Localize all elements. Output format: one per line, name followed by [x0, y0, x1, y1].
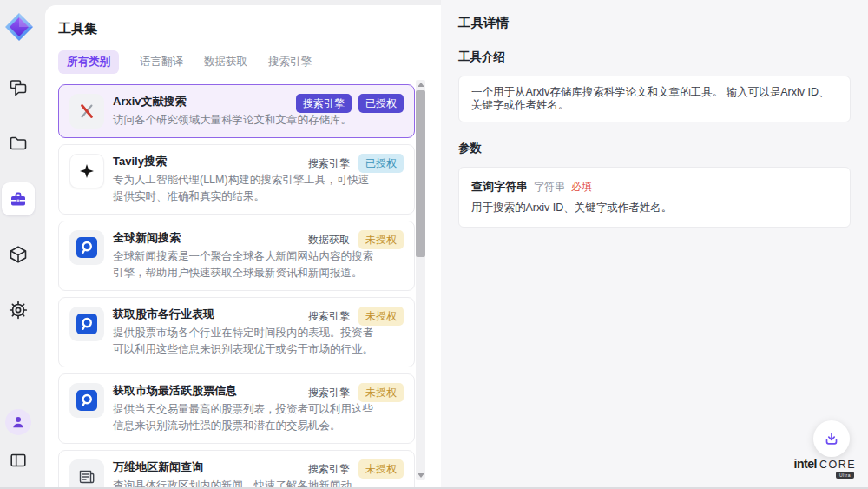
blue-search-icon	[69, 230, 104, 265]
tab-all-categories[interactable]: 所有类别	[58, 50, 119, 74]
core-tier-badge: Ultra	[836, 472, 854, 479]
user-avatar[interactable]	[5, 409, 31, 435]
tab-language-translation[interactable]: 语言翻译	[140, 55, 183, 69]
blue-search-icon	[69, 307, 104, 341]
detail-title: 工具详情	[458, 15, 851, 31]
category-badge: 搜索引擎	[306, 307, 352, 326]
tool-list-panel: 工具集 所有类别 语言翻译 数据获取 搜索引擎 Arxiv文献搜索 访问各个研究…	[45, 5, 441, 489]
download-button[interactable]	[813, 420, 850, 457]
tool-description: 全球新闻搜索是一个聚合全球各大新闻网站内容的搜索引擎，帮助用户快速获取全球最新资…	[113, 248, 375, 281]
param-header-row: 查询字符串 字符串 必填	[471, 180, 838, 194]
auth-status-badge: 未授权	[358, 230, 404, 249]
tool-card-sector-performance[interactable]: 获取股市各行业表现 提供股票市场各个行业在特定时间段内的表现。投资者可以利用这些…	[58, 297, 415, 367]
tool-description: 提供当天交易量最高的股票列表，投资者可以利用这些信息来识别流动性强的股票和潜在的…	[113, 401, 375, 434]
intel-core-logo: intel CORE Ultra	[794, 457, 856, 479]
tab-search-engine[interactable]: 搜索引擎	[268, 55, 312, 69]
card-badges: 搜索引擎 未授权	[306, 307, 404, 326]
intel-wordmark: intel	[794, 457, 817, 471]
download-icon	[823, 430, 840, 447]
rail-nav	[0, 71, 36, 327]
tool-card-regional-news[interactable]: 万维地区新闻查询 查询具体行政区划内的新闻，快速了解各地新闻动 搜索引擎 未授权	[58, 450, 415, 489]
tool-description: 访问各个研究领域大量科学论文和文章的存储库。	[113, 112, 375, 129]
scrollbar-down-arrow[interactable]	[418, 473, 424, 478]
intro-box: 一个用于从Arxiv存储库搜索科学论文和文章的工具。 输入可以是Arxiv ID…	[458, 76, 851, 122]
category-badge: 数据获取	[306, 230, 352, 249]
category-badge: 搜索引擎	[306, 383, 352, 402]
auth-status-badge: 已授权	[358, 94, 404, 113]
auth-status-badge: 未授权	[358, 307, 404, 326]
auth-status-badge: 未授权	[358, 383, 404, 402]
left-rail	[0, 0, 45, 489]
category-badge: 搜索引擎	[306, 154, 352, 173]
param-required-flag: 必填	[571, 181, 592, 194]
core-wordmark: CORE	[819, 459, 856, 471]
tavily-star-icon	[69, 154, 104, 188]
card-badges: 搜索引擎 未授权	[306, 459, 404, 479]
arxiv-logo-icon	[69, 94, 104, 129]
param-box: 查询字符串 字符串 必填 用于搜索的Arxiv ID、关键字或作者姓名。	[458, 167, 851, 228]
chat-nav-icon[interactable]	[2, 71, 35, 104]
tool-card-list: Arxiv文献搜索 访问各个研究领域大量科学论文和文章的存储库。 搜索引擎 已授…	[58, 84, 415, 489]
page-title: 工具集	[58, 21, 441, 37]
toolbox-nav-icon[interactable]	[2, 182, 35, 215]
tool-card-active-stocks[interactable]: 获取市场最活跃股票信息 提供当天交易量最高的股票列表，投资者可以利用这些信息来识…	[58, 373, 415, 444]
category-badge: 搜索引擎	[296, 94, 352, 113]
card-badges: 数据获取 未授权	[306, 230, 404, 249]
scrollbar-thumb[interactable]	[416, 90, 425, 257]
tool-description: 专为人工智能代理(LLM)构建的搜索引擎工具，可快速提供实时、准确和真实的结果。	[113, 172, 375, 205]
param-name: 查询字符串	[471, 180, 528, 193]
list-scrollbar[interactable]	[416, 80, 425, 480]
tool-detail-panel: 工具详情 工具介绍 一个用于从Arxiv存储库搜索科学论文和文章的工具。 输入可…	[441, 0, 868, 489]
blue-search-icon	[69, 383, 104, 418]
param-type: 字符串	[534, 181, 565, 194]
tool-card-arxiv[interactable]: Arxiv文献搜索 访问各个研究领域大量科学论文和文章的存储库。 搜索引擎 已授…	[58, 84, 415, 138]
tab-data-fetch[interactable]: 数据获取	[204, 55, 247, 69]
auth-status-badge: 已授权	[358, 154, 404, 173]
app-logo-gem-icon	[3, 11, 35, 43]
category-tabs: 所有类别 语言翻译 数据获取 搜索引擎	[58, 50, 441, 74]
card-badges: 搜索引擎 已授权	[306, 154, 404, 173]
auth-status-badge: 未授权	[358, 459, 404, 479]
card-badges: 搜索引擎 已授权	[296, 94, 404, 113]
tool-description: 提供股票市场各个行业在特定时间段内的表现。投资者可以利用这些信息来识别表现优于或…	[113, 325, 375, 358]
tool-card-tavily[interactable]: Tavily搜索 专为人工智能代理(LLM)构建的搜索引擎工具，可快速提供实时、…	[58, 144, 415, 215]
category-badge: 搜索引擎	[306, 459, 352, 479]
folder-nav-icon[interactable]	[2, 127, 35, 160]
rail-bottom	[0, 409, 36, 473]
newspaper-icon	[69, 459, 104, 489]
card-badges: 搜索引擎 未授权	[306, 383, 404, 402]
settings-gear-icon[interactable]	[2, 294, 35, 327]
cube-nav-icon[interactable]	[2, 238, 35, 271]
scrollbar-up-arrow[interactable]	[418, 83, 424, 87]
tool-card-global-news[interactable]: 全球新闻搜索 全球新闻搜索是一个聚合全球各大新闻网站内容的搜索引擎，帮助用户快速…	[58, 221, 415, 291]
intro-heading: 工具介绍	[458, 50, 851, 65]
collapse-panel-icon[interactable]	[5, 447, 31, 473]
param-description: 用于搜索的Arxiv ID、关键字或作者姓名。	[471, 202, 838, 215]
params-heading: 参数	[458, 141, 851, 156]
